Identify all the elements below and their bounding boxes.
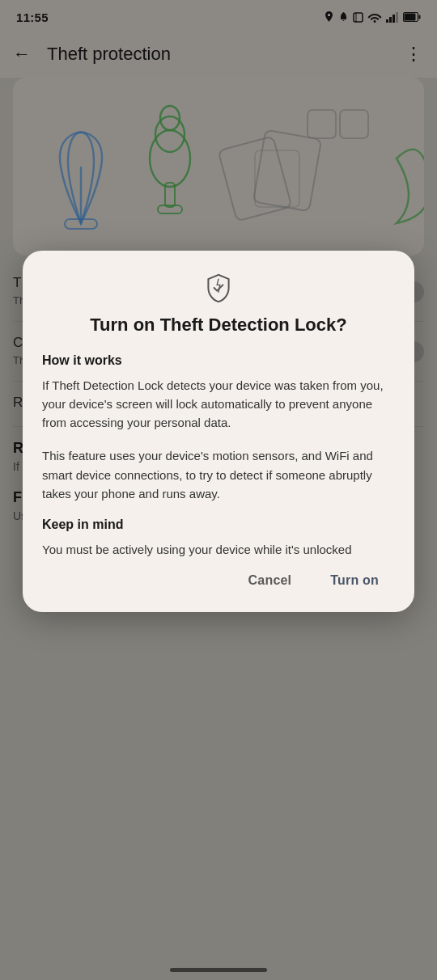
dialog-icon-wrap — [42, 273, 395, 302]
how-it-works-title: How it works — [42, 353, 395, 368]
theft-detection-dialog: Turn on Theft Detection Lock? How it wor… — [23, 251, 414, 612]
keep-in-mind-title: Keep in mind — [42, 517, 395, 532]
keep-in-mind-text: You must be actively using your device w… — [42, 540, 395, 559]
dialog-buttons: Cancel Turn on — [42, 565, 395, 596]
dialog-title: Turn on Theft Detection Lock? — [42, 314, 395, 337]
turn-on-button[interactable]: Turn on — [314, 565, 395, 596]
how-it-works-text: If Theft Detection Lock detects your dev… — [42, 376, 395, 433]
shield-icon — [204, 273, 233, 302]
cancel-button[interactable]: Cancel — [232, 565, 308, 596]
how-it-works-text2: This feature uses your device's motion s… — [42, 446, 395, 503]
home-indicator — [170, 968, 267, 972]
